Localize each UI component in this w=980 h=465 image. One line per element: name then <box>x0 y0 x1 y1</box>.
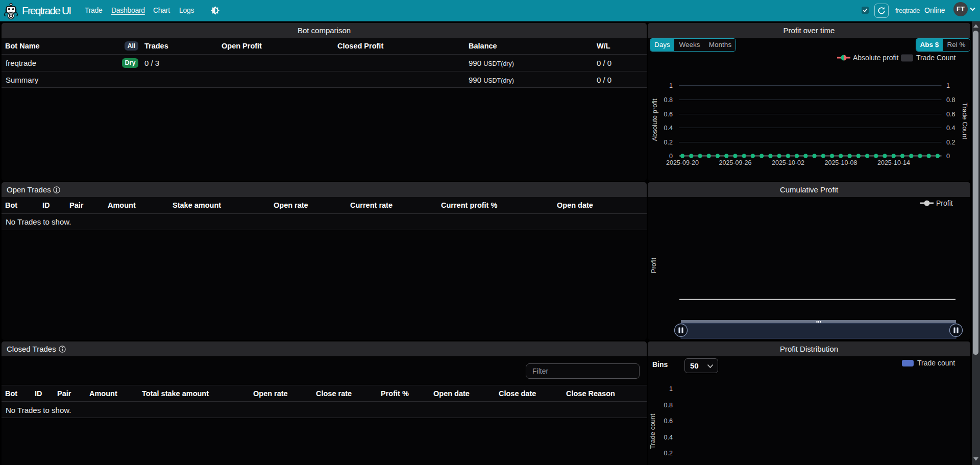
svg-text:2025-10-14: 2025-10-14 <box>877 159 910 166</box>
svg-text:Trade count: Trade count <box>649 413 656 449</box>
svg-text:2025-10-08: 2025-10-08 <box>825 159 857 166</box>
svg-text:0.2: 0.2 <box>664 450 673 457</box>
svg-text:0.8: 0.8 <box>664 96 673 104</box>
svg-text:0: 0 <box>946 153 950 160</box>
svg-text:0.8: 0.8 <box>664 402 673 409</box>
svg-text:1: 1 <box>946 82 950 89</box>
svg-text:Trade Count: Trade Count <box>916 54 955 62</box>
svg-text:Trade count: Trade count <box>917 359 955 367</box>
svg-text:0.4: 0.4 <box>664 434 673 441</box>
svg-text:0.2: 0.2 <box>664 139 673 146</box>
svg-text:0.6: 0.6 <box>946 111 955 118</box>
svg-text:Absolute profit: Absolute profit <box>651 99 658 141</box>
svg-text:1: 1 <box>669 82 673 89</box>
svg-text:0.6: 0.6 <box>664 418 673 425</box>
svg-text:Profit: Profit <box>650 257 657 273</box>
svg-text:0.4: 0.4 <box>946 125 955 132</box>
svg-text:0.4: 0.4 <box>664 125 673 132</box>
svg-text:2025-09-20: 2025-09-20 <box>666 159 699 166</box>
svg-text:Absolute profit: Absolute profit <box>853 54 899 62</box>
svg-text:0.8: 0.8 <box>946 96 955 104</box>
svg-text:0.2: 0.2 <box>946 139 955 146</box>
svg-text:2025-09-26: 2025-09-26 <box>719 159 752 166</box>
svg-text:0.6: 0.6 <box>664 111 673 118</box>
svg-text:1: 1 <box>669 385 673 393</box>
svg-text:Trade Count: Trade Count <box>961 103 969 139</box>
svg-text:Profit: Profit <box>936 199 953 207</box>
svg-text:2025-10-02: 2025-10-02 <box>772 159 804 166</box>
